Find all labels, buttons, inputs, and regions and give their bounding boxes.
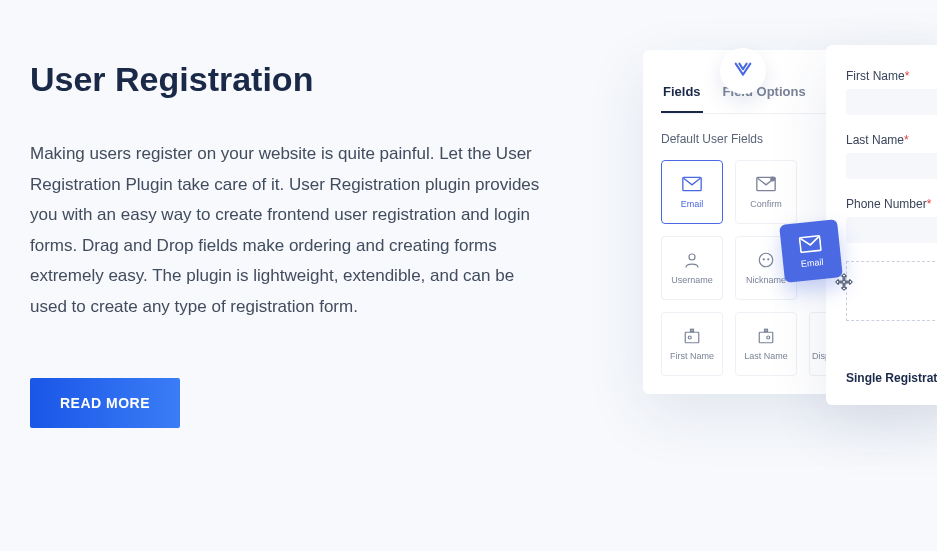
field-label: Confirm [750, 199, 782, 209]
svg-point-8 [688, 336, 691, 339]
field-first-name[interactable]: First Name [661, 312, 723, 376]
svg-rect-7 [685, 332, 699, 343]
svg-point-4 [759, 253, 773, 267]
svg-point-3 [689, 254, 695, 260]
tab-fields[interactable]: Fields [661, 72, 703, 113]
form-label-first-name: First Name* [846, 69, 937, 83]
field-label: Last Name [744, 351, 788, 361]
form-label-phone: Phone Number* [846, 197, 937, 211]
single-registration-label: Single Registration [846, 371, 937, 385]
last-name-input[interactable] [846, 153, 937, 179]
read-more-button[interactable]: READ MORE [30, 378, 180, 428]
svg-rect-10 [759, 332, 773, 343]
id-card-icon [682, 327, 702, 345]
email-check-icon [756, 175, 776, 193]
form-dropzone[interactable] [846, 261, 937, 321]
move-cursor-icon [834, 272, 854, 296]
field-label: Nickname [746, 275, 786, 285]
first-name-input[interactable] [846, 89, 937, 115]
description: Making users register on your website is… [30, 139, 550, 323]
field-email[interactable]: Email [661, 160, 723, 224]
app-logo [720, 48, 766, 94]
svg-point-2 [770, 177, 775, 182]
field-confirm[interactable]: Confirm [735, 160, 797, 224]
svg-point-5 [763, 258, 765, 260]
field-label: First Name [670, 351, 714, 361]
form-label-last-name: Last Name* [846, 133, 937, 147]
email-icon [682, 175, 702, 193]
phone-input[interactable] [846, 217, 937, 243]
id-card-icon [756, 327, 776, 345]
field-label: Username [671, 275, 713, 285]
email-icon [798, 233, 822, 253]
svg-point-6 [767, 258, 769, 260]
svg-point-11 [767, 336, 770, 339]
field-username[interactable]: Username [661, 236, 723, 300]
field-last-name[interactable]: Last Name [735, 312, 797, 376]
form-preview: First Name* Last Name* Phone Number* A S… [826, 45, 937, 405]
user-icon [682, 251, 702, 269]
drag-label: Email [800, 256, 823, 268]
page-title: User Registration [30, 60, 550, 99]
face-icon [756, 251, 776, 269]
field-label: Email [681, 199, 704, 209]
